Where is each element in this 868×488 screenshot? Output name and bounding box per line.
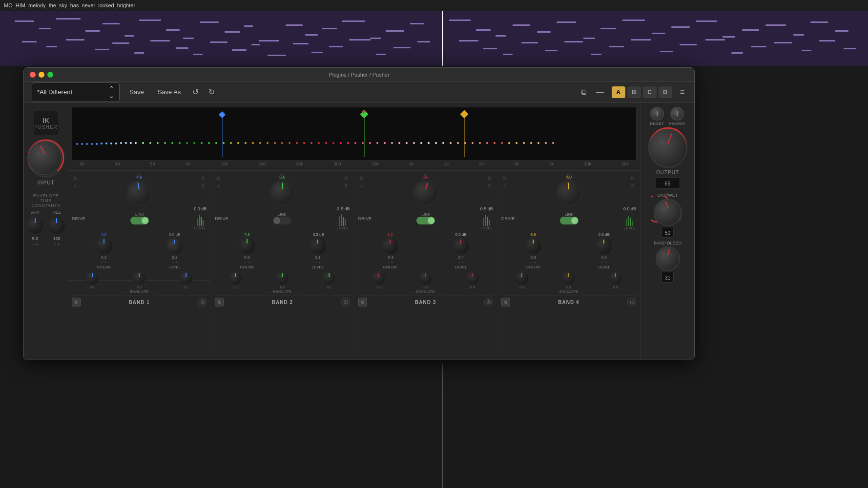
band1-env-knob3-dial[interactable] [179,271,193,285]
svg-rect-27 [600,28,616,29]
band2-solo-button[interactable]: S [215,298,224,306]
power-indicator [677,111,678,116]
band4-level-knob[interactable] [595,237,613,255]
band4-level-plus[interactable]: + [605,260,607,264]
band1-letter-d: D [202,176,205,181]
maximize-button[interactable] [47,72,53,78]
band2-letter-b: B [217,176,220,181]
band1-color-minus[interactable]: − [101,260,103,264]
band3-env-knob2-dial[interactable] [419,271,433,285]
band4-vu-bar3 [630,218,631,226]
undo-icon[interactable]: ↺ [190,86,201,98]
band4-env-knob3-dial[interactable] [609,271,622,285]
svg-point-106 [230,142,232,144]
preset-name: *All Different [37,88,72,96]
band3-power-button[interactable]: ⏻ [484,298,493,306]
band1-vu-bar3 [201,217,202,226]
svg-point-107 [237,142,239,144]
band3-drive-group: 5.6 [413,175,438,205]
svg-point-146 [523,142,525,144]
reset-indicator [657,111,658,116]
band3-env-knob3-dial[interactable] [466,271,479,285]
band4-env-knob2-dial[interactable] [562,271,576,285]
band1-env-label: ENVELOPE [130,290,148,293]
band2-env-knob3-dial[interactable] [322,271,336,285]
band1-solo-button[interactable]: S [72,298,81,306]
ab-button-a[interactable]: A [612,86,625,98]
band2-env-knob2-dial[interactable] [275,271,289,285]
band2-env-knob1-dial[interactable] [228,271,242,285]
band4-color-knob[interactable] [524,237,542,255]
band2-link-toggle[interactable] [273,217,291,224]
band2-level-minus[interactable]: − [315,260,317,264]
band1-color-plus[interactable]: + [104,260,107,264]
band4-color-label: COLOR [526,265,540,269]
output-knob[interactable] [648,129,687,168]
reset-knob[interactable] [650,107,664,121]
band1-env-knob1-dial[interactable] [85,271,99,285]
band4-color-minus[interactable]: − [530,260,533,264]
band2-level-knob[interactable] [309,237,327,255]
band3-env-dash2: —— [435,290,442,293]
band1-color-knob[interactable] [95,237,113,255]
band3-main-knob[interactable] [413,180,438,205]
svg-rect-7 [166,29,180,31]
band3-level-minus[interactable]: − [458,260,460,264]
band1-power-button[interactable]: ⏻ [198,298,207,306]
band-bleed-knob[interactable] [656,246,680,271]
spectrum-display[interactable] [72,107,637,161]
band3-solo-button[interactable]: S [358,298,367,306]
band4-color-plus[interactable]: + [534,260,537,264]
band2-color-plus[interactable]: + [248,260,250,264]
ab-button-d[interactable]: D [659,86,672,98]
ab-button-c[interactable]: C [643,86,657,98]
atk-minus[interactable]: − [32,242,35,247]
band4-level-minus[interactable]: − [601,260,603,264]
band3-color-minus[interactable]: − [387,260,390,264]
atk-plus[interactable]: + [36,242,38,247]
minus-icon[interactable]: — [594,87,606,98]
band4-link-toggle[interactable] [560,217,579,224]
redo-icon[interactable]: ↻ [207,86,217,98]
band2-level-plus[interactable]: + [318,260,321,264]
band3-level-knob[interactable] [452,237,470,255]
band2-color-minus[interactable]: − [244,260,247,264]
band4-env-knob1: -0.4 [515,271,529,289]
band3-link-toggle[interactable] [416,217,435,224]
rel-knob[interactable] [48,217,65,234]
band4-power-button[interactable]: ⏻ [627,298,636,306]
rel-plus[interactable]: + [57,242,60,247]
band4-solo-button[interactable]: S [501,298,510,306]
band1-main-knob[interactable] [126,180,152,205]
input-knob[interactable] [28,141,62,175]
svg-point-94 [142,142,144,144]
band3-color-plus[interactable]: + [391,260,393,264]
atk-knob[interactable] [26,217,44,234]
dry-wet-knob[interactable] [654,199,682,226]
band2-main-knob[interactable] [269,180,295,205]
band-bleed-indicator [667,249,670,255]
band1-env-knob2-dial[interactable] [132,271,146,285]
save-as-button[interactable]: Save As [154,86,185,98]
band2-power-button[interactable]: ⏻ [341,298,350,306]
band1-level-minus[interactable]: − [172,260,174,264]
save-button[interactable]: Save [125,86,148,98]
close-button[interactable] [30,72,36,78]
copy-icon[interactable]: ⧉ [579,87,588,98]
preset-selector[interactable]: *All Different ⌃⌄ [32,82,120,102]
band2-color-knob[interactable] [238,237,256,255]
band3-level-plus[interactable]: + [462,260,464,264]
band4-env-knob1-dial[interactable] [515,271,529,285]
band4-main-knob[interactable] [556,180,581,205]
band3-color-knob[interactable] [381,237,399,255]
rel-minus[interactable]: − [54,242,56,247]
power-knob[interactable] [670,107,684,121]
svg-point-99 [179,142,181,144]
ab-button-b[interactable]: B [627,86,641,98]
band1-link-toggle[interactable] [130,217,149,224]
band1-level-plus[interactable]: + [175,260,178,264]
menu-icon[interactable]: ≡ [678,87,686,98]
band1-level-knob[interactable] [166,237,184,255]
minimize-button[interactable] [39,72,44,78]
band3-env-knob1-dial[interactable] [372,271,386,285]
